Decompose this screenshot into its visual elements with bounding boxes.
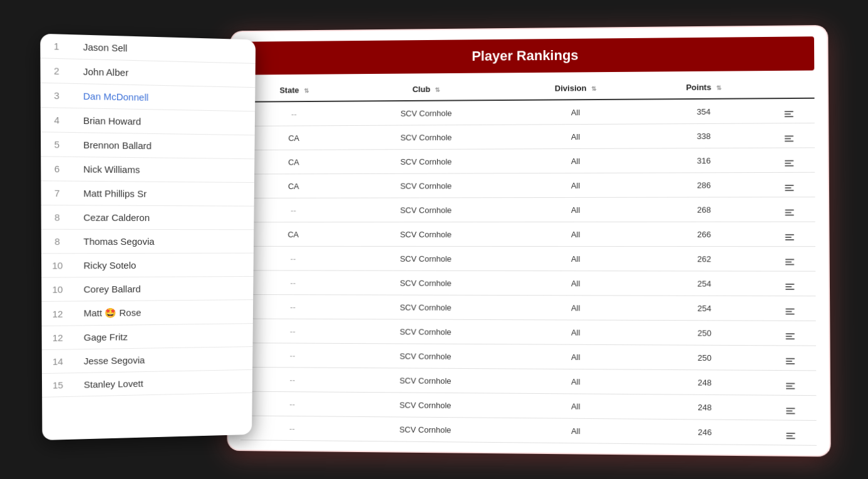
name-cell: Stanley Lovett bbox=[74, 369, 252, 396]
list-item[interactable]: 12 Matt 🤩 Rose bbox=[41, 299, 253, 326]
col-division[interactable]: Division ⇅ bbox=[507, 76, 644, 100]
rank-cell: 2 bbox=[40, 58, 73, 83]
club-cell: SCV Cornhole bbox=[345, 125, 507, 150]
detail-cell[interactable] bbox=[765, 395, 817, 420]
col-points[interactable]: Points ⇅ bbox=[644, 76, 763, 99]
detail-icon[interactable] bbox=[785, 185, 794, 191]
col-club[interactable]: Club ⇅ bbox=[346, 78, 508, 101]
list-item[interactable]: 12 Gage Fritz bbox=[42, 323, 253, 349]
main-rankings-card: Player Rankings State ⇅ Club ⇅ D bbox=[227, 24, 830, 456]
state-cell: -- bbox=[240, 415, 344, 440]
table-row: CA SCV Cornhole All 286 bbox=[242, 172, 815, 198]
detail-icon[interactable] bbox=[785, 160, 793, 166]
rank-cell: 10 bbox=[41, 277, 73, 301]
name-cell: Jason Sell bbox=[73, 34, 256, 63]
list-item[interactable]: 8 Thomas Segovia bbox=[41, 229, 254, 254]
detail-icon[interactable] bbox=[785, 135, 793, 142]
points-cell: 248 bbox=[644, 369, 765, 395]
detail-cell[interactable] bbox=[765, 271, 816, 296]
detail-cell[interactable] bbox=[765, 296, 816, 321]
detail-icon[interactable] bbox=[785, 111, 793, 117]
detail-icon[interactable] bbox=[786, 383, 795, 389]
col-state[interactable]: State ⇅ bbox=[243, 79, 346, 102]
list-item[interactable]: 4 Brian Howard bbox=[41, 107, 255, 135]
left-rankings-card: 1 Jason Sell 2 John Alber 3 Dan McDonnel… bbox=[40, 33, 256, 440]
list-item[interactable]: 3 Dan McDonnell bbox=[41, 83, 256, 111]
sort-division-icon: ⇅ bbox=[591, 85, 596, 92]
list-item[interactable]: 8 Cezar Calderon bbox=[41, 205, 254, 229]
club-cell: SCV Cornhole bbox=[344, 343, 507, 368]
name-cell: Matt Phillips Sr bbox=[73, 181, 254, 206]
table-header: State ⇅ Club ⇅ Division ⇅ Points bbox=[243, 75, 815, 101]
name-cell: John Alber bbox=[73, 59, 256, 88]
col-detail bbox=[763, 75, 814, 98]
sort-points-icon: ⇅ bbox=[716, 84, 721, 91]
detail-cell[interactable] bbox=[765, 420, 817, 445]
detail-icon[interactable] bbox=[786, 408, 795, 414]
list-item[interactable]: 15 Stanley Lovett bbox=[42, 369, 252, 397]
rank-cell: 15 bbox=[42, 373, 74, 397]
left-rankings-table: 1 Jason Sell 2 John Alber 3 Dan McDonnel… bbox=[40, 33, 256, 397]
state-cell: CA bbox=[242, 125, 345, 150]
points-cell: 266 bbox=[644, 222, 765, 246]
detail-cell[interactable] bbox=[765, 246, 816, 271]
detail-cell[interactable] bbox=[763, 98, 814, 123]
detail-icon[interactable] bbox=[785, 259, 794, 265]
list-item[interactable]: 7 Matt Phillips Sr bbox=[41, 180, 254, 205]
state-cell: CA bbox=[242, 222, 344, 246]
detail-icon[interactable] bbox=[786, 333, 795, 339]
detail-cell[interactable] bbox=[765, 445, 817, 456]
detail-icon[interactable] bbox=[787, 432, 795, 438]
detail-cell[interactable] bbox=[765, 345, 816, 370]
detail-icon[interactable] bbox=[785, 234, 794, 240]
detail-icon[interactable] bbox=[786, 308, 795, 314]
list-item[interactable]: 5 Brennon Ballard bbox=[41, 131, 255, 158]
state-cell: -- bbox=[241, 343, 344, 368]
sort-club-icon: ⇅ bbox=[435, 86, 440, 93]
state-cell: -- bbox=[243, 101, 346, 126]
list-item[interactable]: 10 Ricky Sotelo bbox=[41, 253, 254, 277]
detail-cell[interactable] bbox=[764, 123, 815, 148]
points-cell: 354 bbox=[644, 98, 763, 124]
club-cell: SCV Cornhole bbox=[344, 368, 507, 393]
detail-icon[interactable] bbox=[785, 209, 794, 215]
list-item[interactable]: 2 John Alber bbox=[40, 58, 255, 87]
state-cell: -- bbox=[241, 367, 344, 392]
club-cell: SCV Cornhole bbox=[345, 173, 508, 197]
division-cell: All bbox=[507, 148, 644, 173]
division-cell: All bbox=[507, 368, 644, 394]
rank-cell: 3 bbox=[41, 83, 73, 108]
detail-cell[interactable] bbox=[765, 321, 816, 346]
list-item[interactable]: 6 Nick Williams bbox=[41, 156, 254, 182]
name-cell: Nick Williams bbox=[73, 157, 255, 182]
detail-icon[interactable] bbox=[786, 358, 795, 364]
scene: 1 Jason Sell 2 John Alber 3 Dan McDonnel… bbox=[43, 27, 825, 453]
detail-cell[interactable] bbox=[764, 147, 815, 172]
club-cell: SCV Cornhole bbox=[344, 270, 507, 295]
table-row: -- SCV Cornhole All 248 bbox=[241, 367, 817, 395]
club-cell: SCV Cornhole bbox=[344, 246, 507, 270]
state-cell: -- bbox=[240, 391, 344, 416]
state-cell: -- bbox=[240, 440, 344, 456]
club-cell: SCV Cornhole bbox=[344, 392, 507, 418]
rank-cell: 14 bbox=[42, 349, 74, 373]
detail-cell[interactable] bbox=[764, 172, 815, 197]
points-cell: 268 bbox=[644, 197, 764, 222]
points-cell: 246 bbox=[644, 419, 765, 445]
name-cell: Brian Howard bbox=[73, 108, 255, 135]
table-row: CA SCV Cornhole All 266 bbox=[242, 222, 815, 247]
club-cell: SCV Cornhole bbox=[344, 222, 507, 246]
list-item[interactable]: 14 Jesse Segovia bbox=[42, 346, 253, 373]
sort-state-icon: ⇅ bbox=[304, 87, 309, 94]
list-item[interactable]: 10 Corey Ballard bbox=[41, 276, 253, 301]
division-cell: All bbox=[507, 197, 644, 222]
detail-cell[interactable] bbox=[764, 222, 815, 247]
rank-cell: 6 bbox=[41, 156, 73, 180]
detail-cell[interactable] bbox=[765, 370, 817, 395]
state-cell: -- bbox=[241, 319, 344, 343]
table-row: -- SCV Cornhole All 262 bbox=[242, 246, 815, 271]
division-cell: All bbox=[507, 270, 644, 296]
detail-icon[interactable] bbox=[785, 283, 794, 289]
table-row: -- SCV Cornhole All 254 bbox=[241, 294, 815, 321]
detail-cell[interactable] bbox=[764, 197, 815, 222]
